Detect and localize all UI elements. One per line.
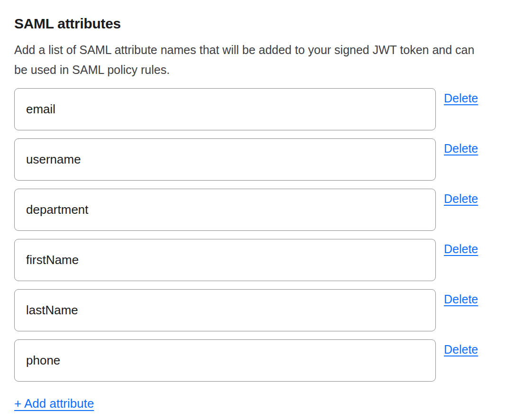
delete-link[interactable]: Delete bbox=[444, 141, 478, 155]
attribute-row: Delete bbox=[14, 189, 505, 231]
section-title: SAML attributes bbox=[14, 15, 505, 32]
attribute-input[interactable] bbox=[14, 339, 436, 382]
section-description: Add a list of SAML attribute names that … bbox=[14, 40, 481, 80]
attribute-row: Delete bbox=[14, 239, 505, 281]
delete-link[interactable]: Delete bbox=[444, 91, 478, 105]
attribute-row: Delete bbox=[14, 88, 505, 130]
attribute-input[interactable] bbox=[14, 289, 436, 331]
attribute-input[interactable] bbox=[14, 88, 436, 130]
saml-attributes-section: SAML attributes Add a list of SAML attri… bbox=[0, 0, 505, 411]
delete-link[interactable]: Delete bbox=[444, 292, 478, 306]
attribute-input[interactable] bbox=[14, 189, 436, 231]
add-attribute-link[interactable]: + Add attribute bbox=[14, 396, 94, 411]
attribute-row: Delete bbox=[14, 339, 505, 382]
delete-link[interactable]: Delete bbox=[444, 242, 478, 256]
delete-link[interactable]: Delete bbox=[444, 342, 478, 356]
delete-link[interactable]: Delete bbox=[444, 192, 478, 206]
attribute-row: Delete bbox=[14, 138, 505, 181]
attribute-input[interactable] bbox=[14, 239, 436, 281]
attribute-input[interactable] bbox=[14, 138, 436, 181]
attribute-row: Delete bbox=[14, 289, 505, 331]
